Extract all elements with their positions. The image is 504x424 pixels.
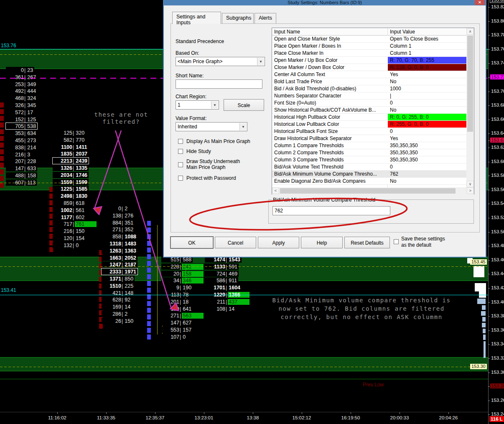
table-hscroll-thumb[interactable]: [280, 188, 456, 194]
cancel-button[interactable]: Cancel: [215, 237, 256, 248]
table-row[interactable]: Numbers Separator Character|: [272, 92, 466, 100]
tab-settings-and-inputs[interactable]: Settings and Inputs: [172, 12, 221, 24]
checkbox-hide-study-label: Hide Study: [186, 148, 211, 154]
table-row[interactable]: Bold Last Trade PriceNo: [272, 78, 466, 85]
chevron-down-icon[interactable]: ▼: [211, 101, 218, 109]
table-row[interactable]: Bid/Ask Volume Text Threshold0: [272, 163, 466, 171]
table-row[interactable]: Historical Low Pullback ColorR: 255, G: …: [272, 121, 466, 128]
table-row[interactable]: Show Historical Pullback/COT AskVolume B…: [272, 107, 466, 114]
based-on-label: Based On:: [176, 50, 199, 56]
down-box-marker: [0, 116, 4, 121]
input-value-cell: 0: [388, 128, 466, 135]
table-row[interactable]: Font Size (0=Auto)0: [272, 100, 466, 107]
bid-ask-value: |: [122, 248, 123, 254]
bid-ask-value: 345: [26, 102, 36, 108]
table-row[interactable]: Open Marker / Up Box ColorR: 70, G: 70, …: [272, 57, 466, 64]
table-row[interactable]: Bid / Ask Bold Threshold (0-disables)100…: [272, 85, 466, 92]
up-box-marker: [147, 321, 151, 326]
bid-ask-value: |: [122, 234, 123, 240]
short-name-input[interactable]: [176, 79, 262, 89]
price-scale-label: 153.34: [490, 341, 504, 346]
checkbox-protect-password[interactable]: [178, 176, 183, 181]
table-row[interactable]: Enable Diagonal Zero Bid/Ask ComparesNo: [272, 178, 466, 185]
apply-button[interactable]: Apply: [258, 237, 299, 248]
bid-ask-value: 717: [54, 221, 72, 227]
scroll-up-icon[interactable]: ∧: [466, 28, 474, 35]
bid-ask-value: |: [24, 95, 25, 101]
checkbox-save-default[interactable]: [394, 239, 399, 244]
tab-subgraphs[interactable]: Subgraphs: [222, 13, 254, 23]
input-name-cell: Bid / Ask Bold Threshold (0-disables): [274, 86, 386, 92]
scroll-right-icon[interactable]: >: [467, 187, 474, 194]
input-value-cell: 0: [388, 163, 466, 170]
scale-button[interactable]: Scale: [224, 99, 264, 111]
table-row[interactable]: Column 3 Compare Thresholds350,350,350: [272, 156, 466, 163]
bid-ask-value: 469: [228, 271, 237, 277]
input-name-cell: Historical High Pullback Color: [274, 114, 386, 120]
down-box-marker: [99, 324, 103, 329]
help-button[interactable]: Help: [301, 237, 343, 248]
bid-ask-value: 488: [7, 173, 24, 179]
checkbox-draw-underneath[interactable]: [178, 162, 183, 167]
bid-ask-value: 14: [228, 306, 234, 312]
numbers-bar-cell: 147|627: [161, 319, 193, 326]
chevron-down-icon[interactable]: ▼: [239, 123, 247, 130]
table-row[interactable]: Draw Historical Pullback SeparatorYes: [272, 135, 466, 142]
chart-region-select[interactable]: 1 ▼: [176, 100, 219, 110]
table-row[interactable]: Bid/Ask Minimum Volume Compare Thresho..…: [272, 171, 466, 178]
table-row[interactable]: Open and Close Marker StyleOpen To Close…: [272, 36, 466, 43]
scroll-down-icon[interactable]: ∨: [466, 181, 474, 187]
volume-bar: [482, 317, 486, 322]
dialog-title-bar[interactable]: Study Settings: Numbers Bars (ID:9): [163, 0, 486, 5]
price-scale-axis[interactable]: 153.83 153.82153.80153.78153.76153.74153…: [488, 0, 504, 424]
reset-defaults-button[interactable]: Reset Defaults: [344, 237, 390, 248]
table-row[interactable]: Column 2 Compare Thresholds350,350,350: [272, 149, 466, 156]
tab-alerts[interactable]: Alerts: [255, 13, 276, 23]
checkbox-display-as-main[interactable]: [178, 139, 183, 144]
based-on-select[interactable]: <Main Price Graph> ▼: [176, 57, 265, 66]
bid-ask-value: 1663: [103, 255, 121, 261]
table-row[interactable]: Column 1 Compare Thresholds350,350,350: [272, 142, 466, 149]
numbers-bar-cell: 717|761: [53, 221, 98, 227]
value-format-select[interactable]: Inherited ▼: [176, 122, 247, 131]
ok-button[interactable]: OK: [171, 237, 213, 248]
table-row[interactable]: Historical Pullback Font Size0: [272, 128, 466, 135]
bid-ask-value: 147: [163, 320, 179, 326]
price-scale-label: 153.52: [490, 215, 504, 220]
bid-ask-value: |: [73, 158, 74, 164]
threshold-input[interactable]: 762: [272, 206, 390, 215]
bid-ask-value: |: [122, 241, 123, 247]
table-row[interactable]: Place Close Marker InColumn 1: [272, 50, 466, 57]
bid-ask-value: 838: [7, 145, 24, 151]
numbers-bar-cell: 353|634: [6, 130, 37, 136]
table-row[interactable]: Historical High Pullback ColorR: 0, G: 2…: [272, 114, 466, 121]
table-row[interactable]: Close Marker / Down Box ColorR: 128, G: …: [272, 64, 466, 71]
table-vscroll-thumb[interactable]: [467, 36, 473, 132]
table-row[interactable]: Place Open Marker / Boxes InColumn 1: [272, 43, 466, 50]
bid-ask-value: 538: [26, 123, 36, 129]
bid-ask-value: 361: [7, 74, 24, 80]
table-row[interactable]: Center All Column TextYes: [272, 71, 466, 78]
bid-ask-value: 17: [26, 110, 33, 115]
bid-ask-value: 349: [26, 82, 36, 87]
input-name-cell: Show Historical Pullback/COT AskVolume B…: [274, 107, 386, 113]
numbers-bar-cell: 838|214: [6, 144, 37, 151]
bid-ask-value: |: [24, 138, 25, 143]
bid-ask-value: 150: [124, 318, 133, 324]
bid-ask-value: |: [122, 255, 123, 261]
bid-ask-value: 92: [124, 297, 130, 303]
bid-ask-value: 23: [26, 67, 33, 73]
bid-ask-value: 1088: [124, 234, 136, 240]
close-icon[interactable]: ✕: [475, 0, 485, 5]
bid-ask-value: 158: [182, 271, 204, 277]
scroll-left-icon[interactable]: <: [272, 187, 279, 194]
inputs-table: Input Name Input Value Open and Close Ma…: [272, 28, 474, 194]
bid-ask-value: |: [24, 145, 25, 151]
bid-ask-value: |: [226, 271, 227, 277]
checkbox-save-default-label: Save these settings as the default: [401, 236, 445, 248]
bid-ask-value: 324: [26, 95, 36, 101]
time-axis[interactable]: 11:16:0211:33:3512:35:3713:23:0113:3815:…: [0, 412, 488, 424]
bid-ask-value: |: [122, 227, 123, 232]
checkbox-hide-study[interactable]: [178, 149, 183, 154]
chevron-down-icon[interactable]: ▼: [257, 58, 264, 65]
